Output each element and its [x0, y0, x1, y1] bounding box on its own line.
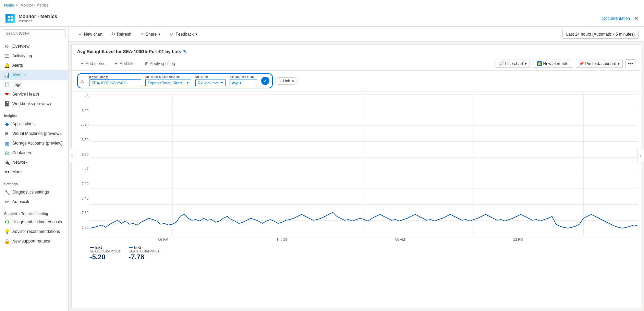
app-logo: [5, 14, 15, 23]
sidebar-item-overview[interactable]: ⊙ Overview: [0, 41, 68, 51]
x-label-3: 12 PM: [513, 238, 523, 241]
confirm-selector-button[interactable]: ✓: [261, 77, 269, 85]
documentation-link[interactable]: Documentation: [602, 16, 630, 21]
legend-name-link1: link1: [95, 246, 102, 249]
sidebar-main-section: ⊙ Overview ☰ Activity log 🔔 Alerts 📊 Met…: [0, 40, 68, 110]
resource-input[interactable]: [89, 79, 141, 86]
metric-chevron: ▾: [221, 80, 223, 85]
sidebar-item-label: Workbooks (preview): [12, 101, 51, 106]
sidebar-item-label: New support request: [12, 239, 50, 244]
link-filter-badge[interactable]: ↔ Link ✕: [275, 77, 297, 85]
more-options-button[interactable]: •••: [625, 59, 635, 68]
y-label-4: -6.80: [74, 153, 88, 157]
apply-splitting-button[interactable]: ⊞ Apply splitting: [142, 60, 178, 68]
splitting-icon: ⊞: [145, 61, 148, 66]
support-label: Support + Troubleshooting: [0, 209, 68, 217]
sidebar-item-virtual-machines[interactable]: 🖥 Virtual Machines (preview): [0, 129, 68, 138]
time-range-button[interactable]: Last 24 hours (Automatic - 5 minutes): [562, 30, 639, 39]
sidebar-item-activity-log[interactable]: ☰ Activity log: [0, 51, 68, 61]
left-nav-chevron[interactable]: ‹: [69, 149, 75, 162]
metric-selector-row: △ RESOURCE METRIC NAMESPACE ExpressRoute…: [72, 71, 641, 91]
overview-icon: ⊙: [4, 43, 10, 49]
new-chart-button[interactable]: ＋ New chart: [74, 29, 106, 39]
sidebar-item-support-request[interactable]: 🔒 New support request: [0, 236, 68, 246]
insights-label: Insights: [0, 111, 68, 119]
add-metric-button[interactable]: ＋ Add metric: [77, 59, 108, 68]
sidebar-item-autoscale[interactable]: ✏ Autoscale: [0, 197, 68, 207]
sidebar-item-label: Overview: [12, 44, 29, 49]
usage-costs-icon: ⚙: [4, 219, 10, 225]
resource-alert-icon: △: [81, 78, 84, 83]
aggregation-selector[interactable]: Avg ▾: [230, 79, 257, 86]
metric-chart-controls: 📈 Line chart ▾ 🔔 New alert rule 📌 Pin to…: [496, 59, 635, 68]
sidebar-item-diagnostics-settings[interactable]: 🔧 Diagnostics settings: [0, 187, 68, 197]
sidebar-item-network[interactable]: 🔌 Network: [0, 158, 68, 167]
edit-title-icon[interactable]: ✎: [183, 49, 187, 54]
sidebar-item-applications[interactable]: ◆ Applications: [0, 119, 68, 129]
search-input[interactable]: [3, 29, 65, 37]
legend-item-link1: link1 SEA-100Gb-Port-01 -5.20: [90, 246, 121, 261]
legend-color-link2: [129, 247, 133, 248]
main-content: ＋ New chart ↻ Refresh ↗ Share ▾ ☺ Feedba…: [69, 27, 644, 311]
y-label-6: -7.20: [74, 182, 88, 186]
new-alert-button[interactable]: 🔔 New alert rule: [533, 60, 573, 68]
sidebar-item-service-health[interactable]: ❤ Service Health: [0, 89, 68, 99]
sidebar-item-label: Network: [12, 160, 27, 165]
metric-actions: ＋ Add metric ＋ Add filter ⊞ Apply splitt…: [77, 59, 178, 68]
sidebar-insights-section: Insights ◆ Applications 🖥 Virtual Machin…: [0, 110, 68, 178]
remove-filter-icon[interactable]: ✕: [291, 79, 294, 83]
y-label-3: -6.60: [74, 138, 88, 142]
y-label-2: -6.40: [74, 123, 88, 127]
legend-subtitle-link2: SEA-100Gb-Port-01: [129, 249, 160, 253]
chart-type-label: Line chart: [505, 61, 523, 66]
metric-value: RxLightLevel: [198, 81, 220, 85]
sidebar-item-usage-costs[interactable]: ⚙ Usage and estimated costs: [0, 217, 68, 227]
add-filter-button[interactable]: ＋ Add filter: [111, 59, 139, 68]
add-metric-icon: ＋: [80, 61, 84, 66]
breadcrumb-current: Monitor - Metrics: [21, 3, 49, 7]
sidebar-item-metrics[interactable]: 📊 Metrics: [0, 70, 68, 80]
line-chart-icon: 📈: [499, 61, 504, 66]
chart-legend: link1 SEA-100Gb-Port-01 -5.20 link2 SEA-…: [74, 243, 638, 264]
feedback-button[interactable]: ☺ Feedback ▾: [166, 29, 201, 39]
refresh-button[interactable]: ↻ Refresh: [108, 29, 135, 39]
containers-icon: 🗂: [4, 150, 10, 156]
chart-type-button[interactable]: 📈 Line chart ▾: [496, 60, 530, 68]
sidebar-item-label: Diagnostics settings: [12, 190, 49, 195]
sidebar: ⊙ Overview ☰ Activity log 🔔 Alerts 📊 Met…: [0, 27, 69, 311]
sidebar-item-containers[interactable]: 🗂 Containers: [0, 148, 68, 158]
time-range-label: Last 24 hours (Automatic - 5 minutes): [566, 32, 635, 37]
sidebar-item-logs[interactable]: 📋 Logs: [0, 80, 68, 89]
share-chevron: ▾: [158, 32, 160, 37]
close-icon[interactable]: ✕: [634, 15, 639, 22]
right-nav-chevron[interactable]: ›: [637, 149, 644, 162]
link-filter-icon: ↔: [278, 79, 282, 83]
metric-selector-group: METRIC RxLightLevel ▾: [195, 75, 226, 86]
chart-header: Avg RxLightLevel for SEA-100Gb-Port-01 b…: [72, 45, 641, 57]
breadcrumb-home[interactable]: Home: [4, 3, 14, 7]
sidebar-item-workbooks[interactable]: 📓 Workbooks (preview): [0, 99, 68, 109]
add-metric-label: Add metric: [86, 61, 105, 66]
breadcrumb: Home > Monitor - Metrics: [0, 0, 644, 10]
sidebar-item-advisor[interactable]: 💡 Advisor recommendations: [0, 227, 68, 236]
y-label-0: -6: [74, 94, 88, 98]
chart-svg-container: [90, 94, 638, 236]
metric-selector[interactable]: RxLightLevel ▾: [195, 79, 226, 86]
toolbar: ＋ New chart ↻ Refresh ↗ Share ▾ ☺ Feedba…: [69, 27, 644, 42]
sidebar-item-alerts[interactable]: 🔔 Alerts: [0, 61, 68, 70]
layout: ⊙ Overview ☰ Activity log 🔔 Alerts 📊 Met…: [0, 27, 644, 311]
share-button[interactable]: ↗ Share ▾: [136, 29, 164, 39]
x-label-1: Thu 19: [277, 238, 287, 241]
sidebar-item-more[interactable]: ••• More: [0, 167, 68, 177]
y-label-1: -6.20: [74, 109, 88, 113]
namespace-selector[interactable]: ExpressRoute Direct... ▾: [145, 79, 191, 86]
sidebar-search-container: [0, 27, 68, 40]
apply-splitting-label: Apply splitting: [150, 61, 175, 66]
resource-selector-group: RESOURCE: [89, 76, 141, 86]
sidebar-item-storage-accounts[interactable]: ▦ Storage Accounts (preview): [0, 138, 68, 148]
chart-main: -6 -6.20 -6.40 -6.60 -6.80 -7 -7.20 -7.4…: [74, 94, 638, 236]
metrics-icon: 📊: [4, 72, 10, 78]
x-label-2: 06 AM: [395, 238, 405, 241]
pin-dashboard-button[interactable]: 📌 Pin to dashboard ▾: [576, 60, 623, 68]
new-alert-label: New alert rule: [543, 61, 569, 66]
